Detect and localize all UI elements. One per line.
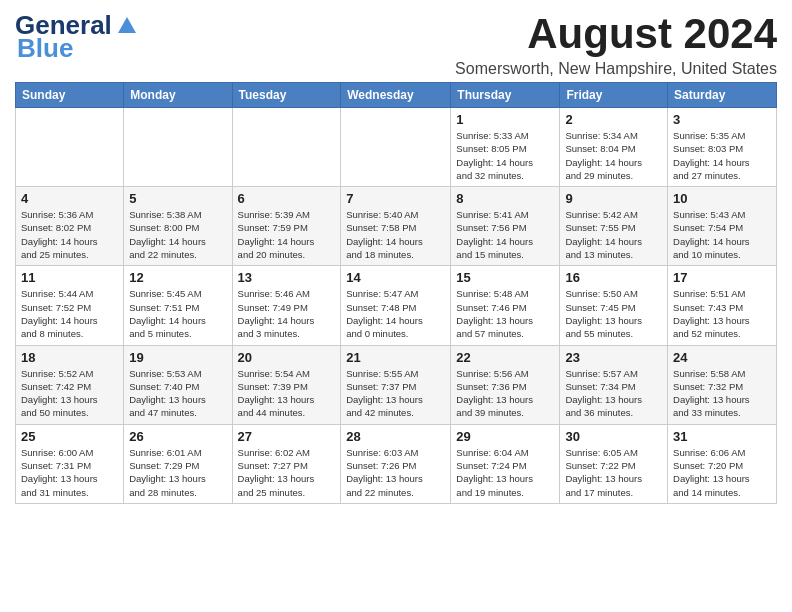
calendar-cell: 29Sunrise: 6:04 AM Sunset: 7:24 PM Dayli… [451,424,560,503]
calendar-cell: 3Sunrise: 5:35 AM Sunset: 8:03 PM Daylig… [668,108,777,187]
day-number: 13 [238,270,336,285]
day-info: Sunrise: 5:35 AM Sunset: 8:03 PM Dayligh… [673,129,771,182]
day-number: 28 [346,429,445,444]
day-number: 7 [346,191,445,206]
days-header-row: SundayMondayTuesdayWednesdayThursdayFrid… [16,83,777,108]
day-info: Sunrise: 5:53 AM Sunset: 7:40 PM Dayligh… [129,367,226,420]
day-number: 20 [238,350,336,365]
day-of-week-header: Monday [124,83,232,108]
calendar-cell: 13Sunrise: 5:46 AM Sunset: 7:49 PM Dayli… [232,266,341,345]
calendar-cell [124,108,232,187]
calendar-cell: 26Sunrise: 6:01 AM Sunset: 7:29 PM Dayli… [124,424,232,503]
day-info: Sunrise: 5:54 AM Sunset: 7:39 PM Dayligh… [238,367,336,420]
day-of-week-header: Tuesday [232,83,341,108]
calendar-cell: 6Sunrise: 5:39 AM Sunset: 7:59 PM Daylig… [232,187,341,266]
day-number: 16 [565,270,662,285]
day-number: 19 [129,350,226,365]
day-number: 3 [673,112,771,127]
day-info: Sunrise: 5:40 AM Sunset: 7:58 PM Dayligh… [346,208,445,261]
day-info: Sunrise: 5:45 AM Sunset: 7:51 PM Dayligh… [129,287,226,340]
location-title: Somersworth, New Hampshire, United State… [455,60,777,78]
calendar-cell: 20Sunrise: 5:54 AM Sunset: 7:39 PM Dayli… [232,345,341,424]
day-info: Sunrise: 5:56 AM Sunset: 7:36 PM Dayligh… [456,367,554,420]
day-of-week-header: Wednesday [341,83,451,108]
day-number: 24 [673,350,771,365]
calendar-cell: 1Sunrise: 5:33 AM Sunset: 8:05 PM Daylig… [451,108,560,187]
day-info: Sunrise: 5:43 AM Sunset: 7:54 PM Dayligh… [673,208,771,261]
day-number: 2 [565,112,662,127]
calendar-cell [16,108,124,187]
calendar-cell: 17Sunrise: 5:51 AM Sunset: 7:43 PM Dayli… [668,266,777,345]
day-number: 31 [673,429,771,444]
day-number: 6 [238,191,336,206]
calendar-week-row: 1Sunrise: 5:33 AM Sunset: 8:05 PM Daylig… [16,108,777,187]
calendar-week-row: 11Sunrise: 5:44 AM Sunset: 7:52 PM Dayli… [16,266,777,345]
day-number: 4 [21,191,118,206]
calendar-cell: 30Sunrise: 6:05 AM Sunset: 7:22 PM Dayli… [560,424,668,503]
day-number: 27 [238,429,336,444]
calendar-week-row: 18Sunrise: 5:52 AM Sunset: 7:42 PM Dayli… [16,345,777,424]
day-info: Sunrise: 5:47 AM Sunset: 7:48 PM Dayligh… [346,287,445,340]
calendar-cell: 2Sunrise: 5:34 AM Sunset: 8:04 PM Daylig… [560,108,668,187]
day-info: Sunrise: 6:01 AM Sunset: 7:29 PM Dayligh… [129,446,226,499]
day-info: Sunrise: 6:04 AM Sunset: 7:24 PM Dayligh… [456,446,554,499]
day-info: Sunrise: 5:46 AM Sunset: 7:49 PM Dayligh… [238,287,336,340]
day-info: Sunrise: 5:44 AM Sunset: 7:52 PM Dayligh… [21,287,118,340]
day-info: Sunrise: 5:33 AM Sunset: 8:05 PM Dayligh… [456,129,554,182]
calendar-cell [341,108,451,187]
calendar-week-row: 4Sunrise: 5:36 AM Sunset: 8:02 PM Daylig… [16,187,777,266]
calendar-cell: 8Sunrise: 5:41 AM Sunset: 7:56 PM Daylig… [451,187,560,266]
day-number: 18 [21,350,118,365]
day-info: Sunrise: 5:41 AM Sunset: 7:56 PM Dayligh… [456,208,554,261]
title-area: August 2024 Somersworth, New Hampshire, … [455,10,777,78]
calendar-cell: 25Sunrise: 6:00 AM Sunset: 7:31 PM Dayli… [16,424,124,503]
calendar-cell: 10Sunrise: 5:43 AM Sunset: 7:54 PM Dayli… [668,187,777,266]
day-number: 15 [456,270,554,285]
day-info: Sunrise: 6:00 AM Sunset: 7:31 PM Dayligh… [21,446,118,499]
day-number: 11 [21,270,118,285]
calendar-cell: 11Sunrise: 5:44 AM Sunset: 7:52 PM Dayli… [16,266,124,345]
day-number: 9 [565,191,662,206]
day-info: Sunrise: 5:42 AM Sunset: 7:55 PM Dayligh… [565,208,662,261]
day-info: Sunrise: 6:03 AM Sunset: 7:26 PM Dayligh… [346,446,445,499]
day-number: 14 [346,270,445,285]
day-number: 29 [456,429,554,444]
calendar-cell: 31Sunrise: 6:06 AM Sunset: 7:20 PM Dayli… [668,424,777,503]
calendar-cell: 19Sunrise: 5:53 AM Sunset: 7:40 PM Dayli… [124,345,232,424]
day-info: Sunrise: 5:38 AM Sunset: 8:00 PM Dayligh… [129,208,226,261]
calendar-cell [232,108,341,187]
calendar-week-row: 25Sunrise: 6:00 AM Sunset: 7:31 PM Dayli… [16,424,777,503]
svg-marker-0 [118,17,136,33]
calendar-cell: 24Sunrise: 5:58 AM Sunset: 7:32 PM Dayli… [668,345,777,424]
day-number: 8 [456,191,554,206]
day-info: Sunrise: 5:36 AM Sunset: 8:02 PM Dayligh… [21,208,118,261]
day-info: Sunrise: 5:34 AM Sunset: 8:04 PM Dayligh… [565,129,662,182]
day-number: 12 [129,270,226,285]
day-number: 22 [456,350,554,365]
day-number: 23 [565,350,662,365]
day-number: 30 [565,429,662,444]
calendar-table: SundayMondayTuesdayWednesdayThursdayFrid… [15,82,777,504]
day-of-week-header: Thursday [451,83,560,108]
calendar-cell: 18Sunrise: 5:52 AM Sunset: 7:42 PM Dayli… [16,345,124,424]
day-info: Sunrise: 5:55 AM Sunset: 7:37 PM Dayligh… [346,367,445,420]
calendar-cell: 7Sunrise: 5:40 AM Sunset: 7:58 PM Daylig… [341,187,451,266]
day-number: 1 [456,112,554,127]
day-number: 21 [346,350,445,365]
day-info: Sunrise: 5:48 AM Sunset: 7:46 PM Dayligh… [456,287,554,340]
page-header: General Blue August 2024 Somersworth, Ne… [15,10,777,78]
calendar-cell: 28Sunrise: 6:03 AM Sunset: 7:26 PM Dayli… [341,424,451,503]
day-info: Sunrise: 5:50 AM Sunset: 7:45 PM Dayligh… [565,287,662,340]
calendar-cell: 22Sunrise: 5:56 AM Sunset: 7:36 PM Dayli… [451,345,560,424]
calendar-cell: 4Sunrise: 5:36 AM Sunset: 8:02 PM Daylig… [16,187,124,266]
day-number: 10 [673,191,771,206]
calendar-cell: 14Sunrise: 5:47 AM Sunset: 7:48 PM Dayli… [341,266,451,345]
logo-blue: Blue [17,33,73,64]
calendar-cell: 15Sunrise: 5:48 AM Sunset: 7:46 PM Dayli… [451,266,560,345]
day-of-week-header: Saturday [668,83,777,108]
day-info: Sunrise: 6:05 AM Sunset: 7:22 PM Dayligh… [565,446,662,499]
day-info: Sunrise: 5:57 AM Sunset: 7:34 PM Dayligh… [565,367,662,420]
calendar-cell: 12Sunrise: 5:45 AM Sunset: 7:51 PM Dayli… [124,266,232,345]
calendar-cell: 23Sunrise: 5:57 AM Sunset: 7:34 PM Dayli… [560,345,668,424]
calendar-cell: 9Sunrise: 5:42 AM Sunset: 7:55 PM Daylig… [560,187,668,266]
